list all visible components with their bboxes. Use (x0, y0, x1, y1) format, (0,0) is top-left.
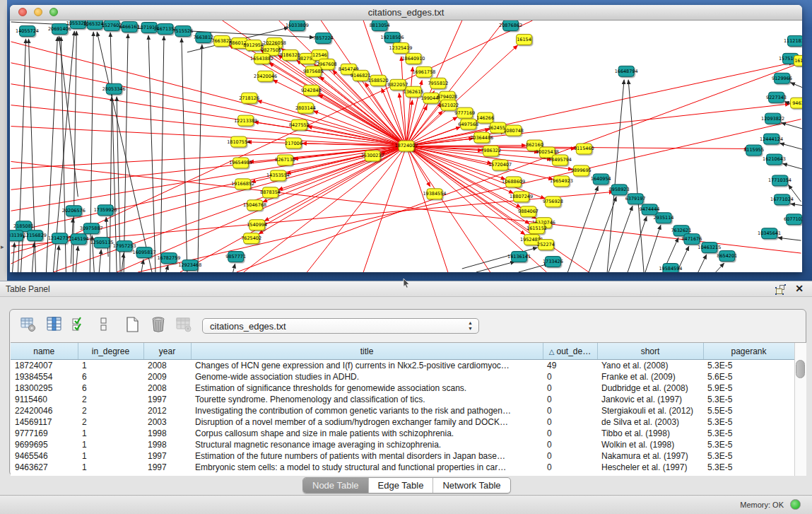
graph-node[interactable]: 8813054 (370, 21, 390, 30)
graph-node[interactable]: 1640954 (591, 174, 611, 185)
float-panel-icon[interactable] (775, 284, 787, 295)
graph-node[interactable]: 12213389 (234, 115, 257, 126)
column-header-short[interactable]: short (597, 343, 703, 360)
graph-node[interactable]: 9857771 (225, 252, 246, 262)
graph-node[interactable]: 8471676 (681, 234, 702, 245)
column-header-pagerank[interactable]: pagerank (703, 343, 794, 360)
graph-node[interactable]: 16771024 (770, 194, 794, 205)
graph-node[interactable]: 9884067 (518, 206, 539, 217)
table-row[interactable]: 2242004622012Investigating the contribut… (11, 405, 794, 416)
graph-node[interactable]: 1540994 (247, 220, 267, 230)
graph-node[interactable]: 33139 (10, 230, 23, 241)
table-row[interactable]: 1830029562008Estimation of significance … (11, 382, 794, 394)
graph-node[interactable]: 8878354 (260, 187, 281, 198)
graph-node[interactable]: 9899695 (571, 165, 592, 176)
graph-node[interactable]: 15046768 (243, 200, 266, 211)
graph-node[interactable]: 12093822 (761, 113, 784, 124)
graph-node[interactable]: 20206576 (62, 206, 86, 216)
graph-node[interactable]: 6466163 (119, 21, 140, 32)
graph-node[interactable]: 17710354 (768, 175, 792, 186)
show-columns-icon[interactable] (45, 315, 64, 334)
graph-node[interactable]: 1621022 (438, 100, 459, 110)
graph-node[interactable]: 1588520 (368, 75, 389, 86)
graph-node[interactable]: 6497568 (458, 119, 478, 129)
column-header-title[interactable]: title (191, 343, 543, 360)
graph-node[interactable]: 9115460 (574, 144, 594, 154)
graph-node[interactable]: 2803144 (295, 103, 316, 113)
panel-collapse-arrow-icon[interactable]: ▸ (1, 243, 4, 250)
graph-node[interactable]: 1145194 (69, 234, 89, 245)
graph-node[interactable]: 8958923 (609, 185, 630, 195)
graph-node[interactable]: 14136141 (507, 252, 531, 262)
new-file-icon[interactable] (123, 315, 143, 334)
graph-node[interactable]: 16210643 (763, 154, 786, 165)
graph-node[interactable]: 6379197 (625, 194, 646, 204)
table-row[interactable]: 946362711997Embryonic stem cells: a mode… (11, 462, 794, 473)
column-header-out_de[interactable]: △out_de… (543, 343, 597, 360)
tab-node-table[interactable]: Node Table (303, 478, 368, 493)
delete-table-icon[interactable] (174, 315, 194, 334)
tab-network-table[interactable]: Network Table (433, 478, 510, 493)
tab-edge-table[interactable]: Edge Table (368, 478, 433, 493)
graph-node[interactable]: 19654985 (229, 158, 252, 168)
graph-node[interactable]: 1733426 (543, 257, 563, 267)
graph-node[interactable]: 19384554 (423, 189, 446, 199)
table-row[interactable]: 969969511998Structural magnetic resonanc… (11, 439, 794, 450)
graph-node[interactable]: 16158 (794, 55, 802, 66)
graph-node[interactable]: 14055724 (16, 25, 39, 36)
window-titlebar[interactable]: citations_edges.txt (10, 5, 802, 21)
graph-node[interactable]: 18640910 (402, 53, 425, 64)
graph-node[interactable]: 19218506 (381, 32, 404, 42)
table-scrollbar-thumb[interactable] (796, 360, 805, 378)
graph-node[interactable]: 8654201 (717, 251, 737, 262)
graph-node[interactable]: 146266 (476, 112, 494, 123)
graph-node[interactable]: 8115955 (743, 145, 764, 156)
graph-node[interactable]: 19584594 (659, 264, 682, 272)
graph-node[interactable]: 2935114 (654, 213, 674, 223)
graph-node[interactable]: 6077102 (784, 214, 802, 225)
graph-node[interactable]: 16961758 (412, 66, 435, 77)
graph-node[interactable]: 28053346 (102, 83, 126, 94)
close-panel-icon[interactable]: ✕ (795, 283, 804, 294)
graph-node[interactable]: 7857224 (313, 33, 334, 43)
table-selector-dropdown[interactable]: citations_edges.txt ▲▼ (202, 318, 479, 334)
table-row[interactable]: 977716911998Corpus callosum shape and si… (11, 428, 794, 439)
table-scrollbar[interactable] (794, 343, 806, 476)
graph-node[interactable]: 9129966 (772, 73, 792, 83)
graph-node[interactable]: 9227343 (766, 92, 787, 103)
column-header-year[interactable]: year (143, 343, 191, 360)
select-columns-icon[interactable] (69, 315, 89, 334)
graph-node[interactable]: 10345641 (758, 228, 781, 239)
graph-node[interactable]: 8427552 (289, 119, 310, 130)
graph-node[interactable]: 12325419 (389, 42, 413, 53)
graph-node[interactable]: 20876862 (499, 21, 522, 30)
graph-node[interactable]: 9242848 (301, 85, 322, 95)
graph-node[interactable]: 11121834 (784, 35, 802, 46)
graph-node[interactable]: 17359928 (94, 205, 117, 216)
graph-node[interactable]: 7955812 (428, 78, 448, 88)
trash-icon[interactable] (148, 315, 168, 334)
graph-node[interactable]: 15720407 (488, 160, 512, 170)
graph-node[interactable]: 7625402 (241, 233, 261, 244)
graph-node[interactable]: 19654923 (550, 176, 573, 187)
column-header-name[interactable]: name (11, 343, 78, 360)
graph-node[interactable]: 10688609 (502, 177, 525, 187)
graph-node[interactable]: 30975887 (80, 223, 103, 234)
table-row[interactable]: 1872400712008Changes of HCN gene express… (11, 360, 794, 372)
graph-node[interactable]: 7986322 (481, 146, 501, 156)
row-options-icon[interactable] (94, 315, 114, 334)
graph-node[interactable]: 9756928 (543, 197, 563, 207)
graph-node[interactable]: 12444124 (760, 134, 783, 144)
graph-node[interactable]: 16648794 (615, 66, 638, 76)
graph-node[interactable]: 252274 (537, 240, 555, 250)
graph-node[interactable]: 7515526 (172, 25, 193, 36)
graph-node[interactable]: 1080748 (503, 125, 524, 136)
table-row[interactable]: 1456911722003Disruption of a novel membe… (11, 416, 794, 428)
graph-node[interactable]: 7663812 (193, 32, 213, 42)
graph-node[interactable]: 9875685 (303, 66, 324, 76)
graph-node[interactable]: 9463 (790, 98, 802, 108)
graph-node[interactable]: 8267130 (275, 155, 295, 165)
column-header-in_degree[interactable]: in_degree (78, 343, 143, 360)
graph-node[interactable]: 217006 (285, 138, 302, 148)
table-row[interactable]: 1938455462009Genome-wide association stu… (11, 371, 794, 382)
